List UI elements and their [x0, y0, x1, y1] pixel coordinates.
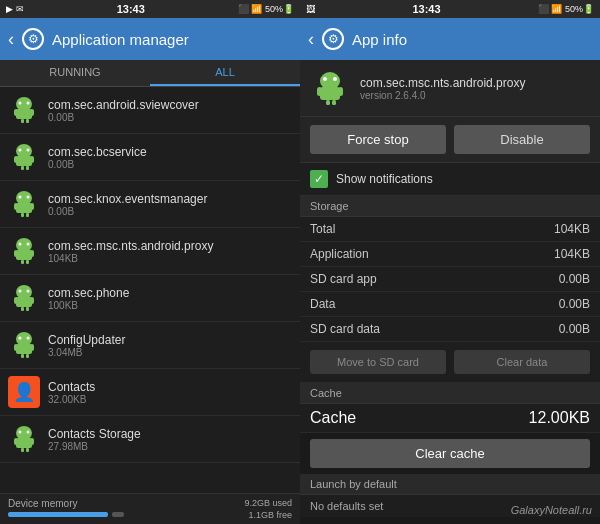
svg-rect-38 [21, 307, 24, 311]
app-name: Contacts [48, 380, 95, 394]
disable-button[interactable]: Disable [454, 125, 590, 154]
left-panel: ▶ ✉ 13:43 ⬛ 📶 50%🔋 ‹ ⚙ Application manag… [0, 0, 300, 524]
svg-rect-45 [30, 344, 34, 351]
svg-rect-14 [21, 166, 24, 170]
svg-rect-52 [14, 438, 18, 445]
list-item[interactable]: com.sec.android.sviewcover 0.00B [0, 87, 300, 134]
svg-rect-13 [30, 156, 34, 163]
svg-rect-22 [21, 213, 24, 217]
svg-rect-36 [14, 297, 18, 304]
storage-free-fill [112, 512, 124, 517]
clear-cache-button[interactable]: Clear cache [310, 439, 590, 468]
svg-point-18 [27, 196, 30, 199]
app-size: 0.00B [48, 159, 147, 170]
storage-data-row: Data 0.00B [300, 292, 600, 317]
svg-point-48 [16, 426, 32, 440]
back-arrow-icon[interactable]: ‹ [8, 29, 14, 50]
app-size: 3.04MB [48, 347, 125, 358]
app-list: com.sec.android.sviewcover 0.00B com.sec… [0, 87, 300, 493]
right-panel: 🖼 13:43 ⬛ 📶 50%🔋 ‹ ⚙ App info com.sec.ms… [300, 0, 600, 524]
list-item[interactable]: 👤 Contacts 32.00KB [0, 369, 300, 416]
checkbox-checked-icon[interactable]: ✓ [310, 170, 328, 188]
svg-rect-43 [16, 344, 32, 354]
svg-point-17 [19, 196, 22, 199]
svg-rect-60 [317, 87, 322, 96]
svg-point-16 [16, 191, 32, 205]
storage-bottom-bar: Device memory 9.2GB used 1.1GB free [0, 493, 300, 524]
app-icon-contacts-storage [8, 423, 40, 455]
svg-point-32 [16, 285, 32, 299]
right-header: ‹ ⚙ App info [300, 18, 600, 60]
app-name: com.sec.android.sviewcover [48, 98, 199, 112]
storage-application-value: 104KB [554, 247, 590, 261]
svg-point-57 [323, 77, 327, 81]
svg-point-10 [27, 149, 30, 152]
watermark: GalaxyNoteall.ru [511, 504, 592, 516]
list-item[interactable]: com.sec.msc.nts.android.proxy 104KB [0, 228, 300, 275]
app-info-sviewcover: com.sec.android.sviewcover 0.00B [48, 98, 199, 123]
left-status-bar: ▶ ✉ 13:43 ⬛ 📶 50%🔋 [0, 0, 300, 18]
left-header-title: Application manager [52, 31, 292, 48]
app-detail-info: com.sec.msc.nts.android.proxy version 2.… [360, 76, 525, 101]
svg-rect-11 [16, 156, 32, 166]
storage-used-fill [8, 512, 108, 517]
app-name: ConfigUpdater [48, 333, 125, 347]
svg-rect-47 [26, 354, 29, 358]
list-item[interactable]: Contacts Storage 27.98MB [0, 416, 300, 463]
svg-rect-3 [16, 109, 32, 119]
app-icon-sviewcover [8, 94, 40, 126]
show-notifications-label: Show notifications [336, 172, 433, 186]
app-detail-header: com.sec.msc.nts.android.proxy version 2.… [300, 60, 600, 117]
svg-rect-31 [26, 260, 29, 264]
svg-rect-61 [338, 87, 343, 96]
app-info-phone: com.sec.phone 100KB [48, 286, 129, 311]
svg-point-8 [16, 144, 32, 158]
app-detail-icon [310, 68, 350, 108]
device-memory-label: Device memory [8, 498, 124, 509]
svg-point-33 [19, 290, 22, 293]
svg-rect-12 [14, 156, 18, 163]
svg-rect-28 [14, 250, 18, 257]
list-item[interactable]: com.sec.knox.eventsmanager 0.00B [0, 181, 300, 228]
force-stop-button[interactable]: Force stop [310, 125, 446, 154]
app-size: 100KB [48, 300, 129, 311]
tab-running[interactable]: RUNNING [0, 60, 150, 86]
show-notifications-row[interactable]: ✓ Show notifications [300, 163, 600, 196]
right-header-title: App info [352, 31, 592, 48]
clear-data-button[interactable]: Clear data [454, 350, 590, 374]
tab-all[interactable]: ALL [150, 60, 300, 86]
right-time: 13:43 [412, 3, 440, 15]
storage-sddata-value: 0.00B [559, 322, 590, 336]
svg-rect-54 [21, 448, 24, 452]
svg-rect-35 [16, 297, 32, 307]
gear-icon: ⚙ [22, 28, 44, 50]
right-gear-icon: ⚙ [322, 28, 344, 50]
svg-rect-63 [332, 100, 336, 105]
storage-total-label: Total [310, 222, 335, 236]
list-item[interactable]: ConfigUpdater 3.04MB [0, 322, 300, 369]
storage-section-header: Storage [300, 196, 600, 217]
app-icon-knox [8, 188, 40, 220]
svg-rect-29 [30, 250, 34, 257]
storage-data-value: 0.00B [559, 297, 590, 311]
storage-sddata-label: SD card data [310, 322, 380, 336]
storage-used-label: 9.2GB used [244, 498, 292, 508]
left-status-right-icons: ⬛ 📶 50%🔋 [238, 4, 294, 14]
cache-value: 12.00KB [529, 409, 590, 427]
svg-point-50 [27, 431, 30, 434]
storage-usage-bar [8, 512, 124, 517]
notification-icons: ▶ ✉ [6, 4, 24, 14]
svg-point-2 [27, 102, 30, 105]
move-to-sd-card-button[interactable]: Move to SD card [310, 350, 446, 374]
storage-sdapp-label: SD card app [310, 272, 377, 286]
svg-point-49 [19, 431, 22, 434]
app-icon-proxy [8, 235, 40, 267]
list-item[interactable]: com.sec.bcservice 0.00B [0, 134, 300, 181]
right-back-arrow-icon[interactable]: ‹ [308, 29, 314, 50]
svg-point-0 [16, 97, 32, 111]
svg-rect-37 [30, 297, 34, 304]
svg-point-41 [19, 337, 22, 340]
app-name: com.sec.phone [48, 286, 129, 300]
list-item[interactable]: com.sec.phone 100KB [0, 275, 300, 322]
right-status-bar: 🖼 13:43 ⬛ 📶 50%🔋 [300, 0, 600, 18]
